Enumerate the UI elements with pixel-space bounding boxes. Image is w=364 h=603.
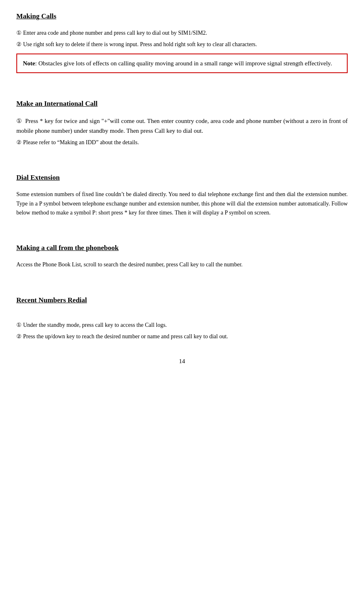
list-item: ① Under the standby mode, press call key… [16, 321, 348, 330]
section-title-international-call: Make an International Call [16, 100, 348, 108]
paragraph-phonebook-call: Access the Phone Book List, scroll to se… [16, 260, 348, 269]
page-content: Making Calls ① Enter area code and phone… [16, 12, 348, 365]
section-recent-numbers-redial: Recent Numbers Redial ① Under the standb… [16, 296, 348, 342]
list-marker: ① [16, 30, 22, 36]
page-number: 14 [16, 358, 348, 365]
section-international-call: Make an International Call ① Press * key… [16, 100, 348, 147]
list-text: Use right soft key to delete if there is… [23, 41, 257, 47]
list-item: ② Use right soft key to delete if there … [16, 40, 348, 49]
list-text: Press the up/down key to reach the desir… [23, 333, 228, 339]
list-marker: ② [16, 333, 22, 339]
list-text: Enter area code and phone number and pre… [23, 30, 208, 36]
list-marker: ① [16, 322, 22, 328]
note-box: Note: Obstacles give lots of effects on … [16, 54, 348, 73]
section-dial-extension: Dial Extension Some extension numbers of… [16, 174, 348, 217]
section-phonebook-call: Making a call from the phonebook Access … [16, 244, 348, 269]
section-body-international-call: ① Press * key for twice and sign "+"will… [16, 116, 348, 147]
section-body-phonebook-call: Access the Phone Book List, scroll to se… [16, 260, 348, 269]
list-item: ① Press * key for twice and sign "+"will… [16, 116, 348, 136]
list-marker: ② [16, 41, 22, 47]
section-title-recent-numbers-redial: Recent Numbers Redial [16, 296, 348, 304]
section-title-phonebook-call: Making a call from the phonebook [16, 244, 348, 252]
note-text: : Obstacles give lots of effects on call… [35, 60, 332, 67]
note-label: Note [23, 60, 35, 67]
list-text: Under the standby mode, press call key t… [23, 322, 167, 328]
list-text: Please refer to “Making an IDD” about th… [23, 139, 139, 145]
section-body-making-calls: ① Enter area code and phone number and p… [16, 29, 348, 73]
section-body-recent-numbers-redial: ① Under the standby mode, press call key… [16, 313, 348, 342]
section-title-making-calls: Making Calls [16, 12, 348, 20]
paragraph-dial-extension: Some extension numbers of fixed line cou… [16, 190, 348, 217]
section-making-calls: Making Calls ① Enter area code and phone… [16, 12, 348, 73]
list-item: ② Press the up/down key to reach the des… [16, 332, 348, 341]
section-title-dial-extension: Dial Extension [16, 174, 348, 182]
list-item: ① Enter area code and phone number and p… [16, 29, 348, 38]
list-item: ② Please refer to “Making an IDD” about … [16, 138, 348, 147]
list-marker: ② [16, 139, 22, 145]
list-text: Press * key for twice and sign "+"will c… [16, 118, 348, 134]
section-body-dial-extension: Some extension numbers of fixed line cou… [16, 190, 348, 217]
list-marker: ① [16, 118, 22, 124]
